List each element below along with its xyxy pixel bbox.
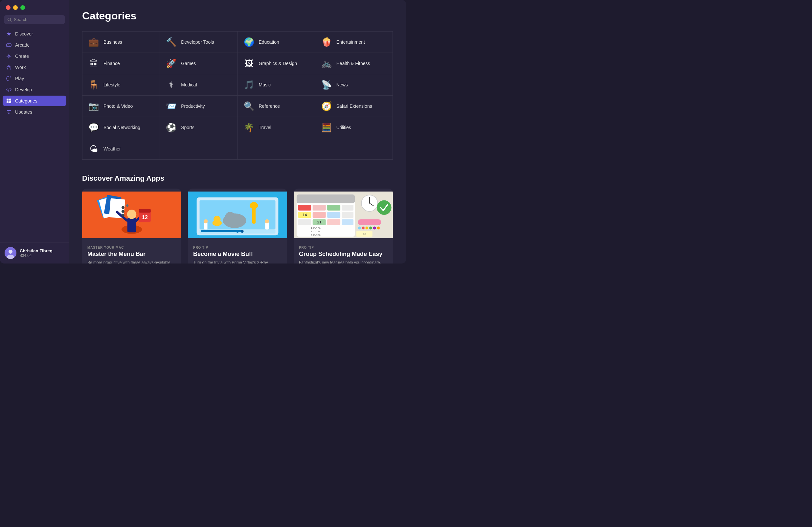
updates-icon xyxy=(6,109,12,115)
svg-rect-56 xyxy=(327,212,340,218)
category-item-reference[interactable]: 🔍 Reference xyxy=(238,96,315,117)
svg-point-72 xyxy=(362,227,365,230)
card-tag-group-scheduling: PRO TIP xyxy=(299,246,388,250)
photo-video-icon: 📷 xyxy=(88,100,100,112)
minimize-button[interactable] xyxy=(13,5,18,10)
card-body-master-menu-bar: MASTER YOUR MAC Master the Menu Bar Be m… xyxy=(82,241,181,264)
finance-label: Finance xyxy=(103,61,120,66)
svg-point-40 xyxy=(241,230,244,233)
close-button[interactable] xyxy=(6,5,11,10)
svg-rect-61 xyxy=(327,219,340,225)
sidebar-item-updates[interactable]: Updates xyxy=(3,107,66,117)
svg-rect-57 xyxy=(342,212,354,218)
lifestyle-icon: 🪑 xyxy=(88,79,100,91)
svg-text:4:00-5:00: 4:00-5:00 xyxy=(311,227,321,230)
traffic-lights xyxy=(0,0,69,13)
health-fitness-icon: 🚲 xyxy=(321,57,332,69)
education-label: Education xyxy=(259,40,279,45)
finance-icon: 🏛 xyxy=(88,57,100,69)
sidebar-item-play[interactable]: Play xyxy=(3,73,66,84)
category-empty xyxy=(238,138,315,160)
user-profile[interactable]: Christian Zibreg $34.04 xyxy=(0,242,69,264)
svg-point-25 xyxy=(121,206,125,209)
svg-point-37 xyxy=(213,220,222,226)
sidebar-item-discover[interactable]: Discover xyxy=(3,29,66,39)
utilities-icon: 🧮 xyxy=(321,122,332,133)
avatar xyxy=(4,247,16,259)
sidebar-item-develop[interactable]: Develop xyxy=(3,84,66,95)
svg-point-3 xyxy=(8,45,8,46)
entertainment-label: Entertainment xyxy=(336,40,365,45)
medical-icon: ⚕ xyxy=(165,79,177,91)
business-icon: 💼 xyxy=(88,36,100,48)
sidebar-item-create[interactable]: Create xyxy=(3,51,66,61)
svg-point-28 xyxy=(126,204,128,206)
category-item-social-networking[interactable]: 💬 Social Networking xyxy=(83,117,160,138)
svg-point-71 xyxy=(358,227,361,230)
category-empty xyxy=(315,138,393,160)
svg-point-26 xyxy=(121,210,125,213)
travel-icon: 🌴 xyxy=(243,122,255,133)
category-item-safari-extensions[interactable]: 🧭 Safari Extensions xyxy=(315,96,393,117)
category-item-music[interactable]: 🎵 Music xyxy=(238,74,315,96)
fullscreen-button[interactable] xyxy=(20,5,25,10)
category-item-productivity[interactable]: 📨 Productivity xyxy=(160,96,237,117)
sidebar: Search Discover Arcade xyxy=(0,0,69,264)
category-item-health-fitness[interactable]: 🚲 Health & Fitness xyxy=(315,53,393,74)
search-bar[interactable]: Search xyxy=(4,15,65,24)
category-item-photo-video[interactable]: 📷 Photo & Video xyxy=(83,96,160,117)
category-item-news[interactable]: 📡 News xyxy=(315,74,393,96)
productivity-icon: 📨 xyxy=(165,100,177,112)
svg-line-1 xyxy=(11,20,12,22)
svg-point-5 xyxy=(10,45,10,46)
category-item-graphics-design[interactable]: 🖼 Graphics & Design xyxy=(238,53,315,74)
medical-label: Medical xyxy=(181,82,197,87)
category-item-utilities[interactable]: 🧮 Utilities xyxy=(315,117,393,138)
social-networking-icon: 💬 xyxy=(88,122,100,133)
category-item-education[interactable]: 🌍 Education xyxy=(238,31,315,53)
svg-rect-9 xyxy=(9,101,11,103)
sidebar-item-work[interactable]: Work xyxy=(3,62,66,73)
svg-rect-8 xyxy=(6,101,9,103)
svg-rect-20 xyxy=(128,218,136,232)
card-desc-become-movie-buff: Turn on the trivia with Prime Video's X-… xyxy=(193,259,282,264)
svg-rect-2 xyxy=(6,44,11,47)
create-icon xyxy=(6,53,12,59)
lifestyle-label: Lifestyle xyxy=(103,82,120,87)
work-icon xyxy=(6,65,12,70)
svg-point-76 xyxy=(377,227,380,230)
category-item-entertainment[interactable]: 🍿 Entertainment xyxy=(315,31,393,53)
category-item-finance[interactable]: 🏛 Finance xyxy=(83,53,160,74)
sidebar-item-play-label: Play xyxy=(15,76,24,81)
category-item-weather[interactable]: 🌤 Weather xyxy=(83,138,160,160)
sidebar-item-arcade[interactable]: Arcade xyxy=(3,40,66,50)
discover-card-group-scheduling[interactable]: 14 21 4:00-5:00 4:10-5:14 8:00-8:00 12 xyxy=(294,189,393,264)
discover-card-become-movie-buff[interactable]: PRO TIP Become a Movie Buff Turn on the … xyxy=(188,189,287,264)
card-tag-master-menu-bar: MASTER YOUR MAC xyxy=(87,246,176,250)
main-content: Categories 💼 Business 🔨 Developer Tools … xyxy=(69,0,406,264)
categories-icon xyxy=(6,98,12,104)
category-item-business[interactable]: 💼 Business xyxy=(83,31,160,53)
discover-card-master-menu-bar[interactable]: 12 MASTER YOUR MAC Master the Menu Bar B… xyxy=(82,189,181,264)
svg-rect-70 xyxy=(358,219,381,225)
category-item-medical[interactable]: ⚕ Medical xyxy=(160,74,237,96)
category-item-sports[interactable]: ⚽ Sports xyxy=(160,117,237,138)
category-item-developer-tools[interactable]: 🔨 Developer Tools xyxy=(160,31,237,53)
sidebar-item-categories[interactable]: Categories xyxy=(3,96,66,106)
develop-icon xyxy=(6,87,12,92)
sidebar-item-discover-label: Discover xyxy=(15,31,33,37)
category-item-games[interactable]: 🚀 Games xyxy=(160,53,237,74)
card-image-become-movie-buff xyxy=(188,189,287,241)
category-item-travel[interactable]: 🌴 Travel xyxy=(238,117,315,138)
user-balance: $34.04 xyxy=(20,253,53,258)
card-desc-group-scheduling: Fantastical's new features help you coor… xyxy=(299,259,388,264)
sports-icon: ⚽ xyxy=(165,122,177,133)
svg-text:14: 14 xyxy=(303,213,307,217)
card-title-group-scheduling: Group Scheduling Made Easy xyxy=(299,251,388,258)
productivity-label: Productivity xyxy=(181,103,205,109)
category-item-lifestyle[interactable]: 🪑 Lifestyle xyxy=(83,74,160,96)
svg-text:4:10-5:14: 4:10-5:14 xyxy=(311,230,321,233)
svg-rect-50 xyxy=(313,205,326,211)
music-label: Music xyxy=(259,82,271,87)
card-image-master-menu-bar: 12 xyxy=(82,189,181,241)
